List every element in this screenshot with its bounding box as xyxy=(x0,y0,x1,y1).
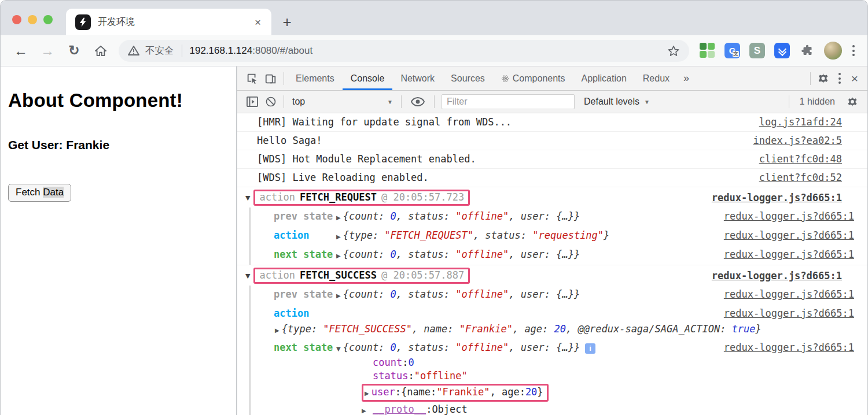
collapse-triangle-icon[interactable]: ▼ xyxy=(336,343,341,355)
grid-extension-icon[interactable] xyxy=(700,43,715,58)
hidden-messages-count: 1 hidden xyxy=(793,97,843,107)
url-host: 192.168.1.124 xyxy=(190,45,253,57)
filter-input[interactable] xyxy=(442,94,575,109)
live-expression-eye-icon[interactable] xyxy=(405,97,431,106)
source-link[interactable]: redux-logger.js?d665:1 xyxy=(712,307,854,320)
console-toolbar: top ▼ Default levels ▼ 1 hidden xyxy=(237,91,867,113)
zoom-window-button[interactable] xyxy=(43,15,53,24)
divider xyxy=(284,72,284,85)
address-bar[interactable]: 不安全 192.168.1.124 :8080/#/about xyxy=(119,40,689,62)
expand-triangle-icon[interactable]: ▶ xyxy=(275,324,279,336)
console-message: [HMR] Waiting for update signal from WDS… xyxy=(237,113,867,131)
puzzle-extensions-icon[interactable] xyxy=(799,43,815,58)
console-message: Hello Saga! index.js?ea02:5 xyxy=(237,131,867,150)
source-link[interactable]: redux-logger.js?d665:1 xyxy=(712,342,854,354)
context-selector[interactable]: top ▼ xyxy=(288,97,398,107)
devtools-close-icon[interactable]: × xyxy=(847,72,863,86)
console-sidebar-icon[interactable] xyxy=(243,93,262,110)
log-levels-dropdown[interactable]: Default levels ▼ xyxy=(578,97,656,107)
tab-elements[interactable]: Elements xyxy=(288,66,343,90)
browser-menu-icon[interactable] xyxy=(847,45,860,56)
divider xyxy=(789,95,789,108)
log-group-fetch-success: ▼ action FETCH_SUCCESS @ 20:05:57.887 re… xyxy=(237,265,867,415)
expand-triangle-icon[interactable]: ▶ xyxy=(365,387,369,400)
source-link[interactable]: client?fc0d:52 xyxy=(748,172,842,184)
tab-close-icon[interactable]: × xyxy=(252,16,263,29)
tab-redux[interactable]: Redux xyxy=(635,66,678,90)
divider xyxy=(810,72,811,85)
s-extension-icon[interactable]: S xyxy=(749,43,765,58)
react-atom-icon xyxy=(501,75,509,83)
group-header[interactable]: ▼ action FETCH_SUCCESS @ 20:05:57.887 re… xyxy=(237,265,867,286)
tab-sources[interactable]: Sources xyxy=(443,66,493,90)
clear-console-icon[interactable] xyxy=(262,93,280,110)
prev-state-row: prev state ▶ {count: 0, status: "offline… xyxy=(251,286,867,305)
prev-state-row: prev state ▶ {count: 0, status: "offline… xyxy=(251,208,867,227)
browser-tab[interactable]: 开发环境 × xyxy=(66,9,271,35)
translate-extension-icon[interactable]: G 文 xyxy=(724,43,740,58)
more-tabs-icon[interactable]: » xyxy=(678,72,695,84)
collapse-triangle-icon[interactable]: ▼ xyxy=(245,192,250,204)
browser-toolbar: ← → ↻ 不安全 192.168.1.124 :8080/#/about G xyxy=(1,35,867,66)
chevrons-extension-icon[interactable] xyxy=(774,43,790,58)
collapse-triangle-icon[interactable]: ▼ xyxy=(245,270,250,282)
expand-triangle-icon[interactable]: ▶ xyxy=(336,290,341,302)
back-icon[interactable]: ← xyxy=(11,41,31,61)
console-message: [WDS] Live Reloading enabled. client?fc0… xyxy=(237,168,867,187)
info-icon: i xyxy=(585,343,595,354)
expand-triangle-icon[interactable]: ▶ xyxy=(336,231,341,243)
expand-triangle-icon[interactable]: ▶ xyxy=(362,407,366,414)
profile-avatar[interactable] xyxy=(824,42,842,60)
omnibox-divider xyxy=(182,45,182,57)
tree-property-status: status: "offline" xyxy=(362,369,854,383)
source-link[interactable]: redux-logger.js?d665:1 xyxy=(712,288,854,301)
fetch-data-button[interactable]: Fetch Data xyxy=(8,184,71,202)
source-link[interactable]: index.js?ea02:5 xyxy=(741,135,842,147)
source-link[interactable]: redux-logger.js?d665:1 xyxy=(712,229,854,242)
object-tree: count: 0 status: "offline" ▶ user: { xyxy=(362,355,854,415)
new-tab-button[interactable]: + xyxy=(277,12,297,32)
source-link[interactable]: redux-logger.js?d665:1 xyxy=(712,210,854,223)
next-state-row: next state ▶ {count: 0, status: "offline… xyxy=(251,246,867,265)
home-icon[interactable] xyxy=(91,41,111,61)
get-user-text: Get User: Frankie xyxy=(8,138,229,152)
source-link[interactable]: redux-logger.js?d665:1 xyxy=(700,192,842,204)
tab-application[interactable]: Application xyxy=(573,66,635,90)
divider xyxy=(284,95,284,108)
source-link[interactable]: redux-logger.js?d665:1 xyxy=(700,270,842,282)
tab-title: 开发环境 xyxy=(98,16,252,28)
tree-property-user: ▶ user: {name: "Frankie", age: 20} xyxy=(362,383,854,403)
expand-triangle-icon[interactable]: ▶ xyxy=(336,212,341,224)
console-settings-gear-icon[interactable] xyxy=(843,93,862,110)
not-secure-warning-icon[interactable] xyxy=(128,46,139,56)
reload-icon[interactable]: ↻ xyxy=(64,41,84,61)
close-window-button[interactable] xyxy=(12,15,21,24)
source-link[interactable]: log.js?1afd:24 xyxy=(748,116,842,128)
inspect-element-icon[interactable] xyxy=(243,70,262,87)
minimize-window-button[interactable] xyxy=(28,15,37,24)
tab-console[interactable]: Console xyxy=(343,66,393,90)
page-title: About Component! xyxy=(8,90,229,112)
chevron-down-icon: ▼ xyxy=(644,99,650,105)
source-link[interactable]: client?fc0d:48 xyxy=(748,153,842,165)
tab-network[interactable]: Network xyxy=(392,66,443,90)
bookmark-star-icon[interactable] xyxy=(664,45,683,57)
favicon-icon xyxy=(75,14,91,30)
tree-property-count: count: 0 xyxy=(362,356,854,369)
action-row: action redux-logger.js?d665:1 ▶ {type: "… xyxy=(251,305,867,339)
devtools-settings-gear-icon[interactable] xyxy=(814,70,833,87)
browser-window: 开发环境 × + ← → ↻ 不安全 192.168.1.124 :8080/#… xyxy=(0,0,868,415)
security-label[interactable]: 不安全 xyxy=(145,45,174,57)
device-toolbar-icon[interactable] xyxy=(262,70,280,87)
highlight-annotation-box: action FETCH_REQUEST @ 20:05:57.723 xyxy=(253,190,470,206)
tab-components[interactable]: Components xyxy=(493,66,573,90)
highlight-annotation-box: action FETCH_SUCCESS @ 20:05:57.887 xyxy=(253,268,470,284)
devtools-menu-icon[interactable] xyxy=(833,73,847,84)
expand-triangle-icon[interactable]: ▶ xyxy=(336,250,341,262)
forward-icon[interactable]: → xyxy=(38,41,57,61)
url-path: :8080/#/about xyxy=(252,45,664,57)
source-link[interactable]: redux-logger.js?d665:1 xyxy=(712,249,854,261)
tree-property-proto: ▶ __proto__: Object xyxy=(362,403,854,415)
next-state-row-expanded: next state ▼ {count: 0, status: "offline… xyxy=(251,339,867,415)
group-header[interactable]: ▼ action FETCH_REQUEST @ 20:05:57.723 re… xyxy=(237,187,867,208)
